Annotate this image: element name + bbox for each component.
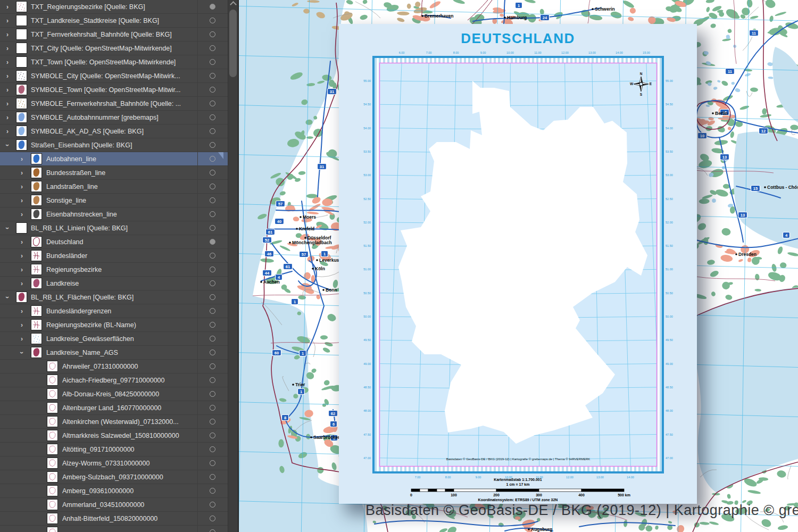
layer-visibility-radio[interactable]	[210, 502, 215, 508]
layer-row[interactable]: ›Landkreise_Gewässerflächen	[0, 332, 228, 346]
layer-visibility-radio[interactable]	[210, 322, 215, 328]
layer-row[interactable]: ›TXT_Regierungsbezirke [Quelle: BKG]	[0, 0, 228, 14]
layer-visibility-radio[interactable]	[210, 516, 215, 521]
layer-row[interactable]	[0, 526, 228, 532]
expand-chevron-icon[interactable]: ›	[4, 58, 11, 66]
expand-chevron-icon[interactable]: ›	[18, 350, 26, 356]
layer-row[interactable]: ›Landstraßen_line	[0, 180, 228, 194]
layer-row[interactable]: Altmarkkreis Salzwedel_150810000000	[0, 429, 228, 443]
layer-visibility-radio[interactable]	[210, 184, 215, 189]
layer-visibility-radio[interactable]	[210, 529, 215, 532]
layer-row[interactable]: ›SYMBOLE_Autobahnnummer [grebemaps]	[0, 111, 228, 124]
layer-visibility-radio[interactable]	[210, 308, 215, 314]
layer-row[interactable]: ›Regierungsbezirke	[0, 263, 228, 277]
layer-row[interactable]: ›Autobahnen_line	[0, 152, 228, 166]
layer-row[interactable]: Amberg_093610000000	[0, 484, 228, 498]
layer-visibility-radio[interactable]	[210, 87, 215, 93]
expand-chevron-icon[interactable]: ›	[19, 335, 25, 343]
layer-row[interactable]: Alb-Donau-Kreis_084250000000	[0, 387, 228, 401]
layer-visibility-radio[interactable]	[210, 73, 215, 79]
expand-chevron-icon[interactable]: ›	[19, 279, 25, 288]
layer-row[interactable]: Amberg-Sulzbach_093710000000	[0, 470, 228, 484]
layer-visibility-radio[interactable]	[210, 377, 215, 383]
layer-visibility-radio[interactable]	[210, 446, 215, 452]
layer-row[interactable]: ›Bundesstraßen_line	[0, 166, 228, 180]
expand-chevron-icon[interactable]: ›	[19, 210, 25, 219]
layer-visibility-radio[interactable]	[210, 405, 215, 411]
layer-row[interactable]: ›Straßen_Eisenbahn [Quelle: BKG]	[0, 138, 228, 152]
layer-row[interactable]: Altenburger Land_160770000000	[0, 401, 228, 415]
expand-chevron-icon[interactable]: ›	[19, 238, 25, 246]
layer-visibility-radio[interactable]	[210, 433, 215, 438]
layer-row[interactable]: ›SYMBOLE_AK_AD_AS [Quelle: BKG]	[0, 124, 228, 138]
layer-visibility-radio[interactable]	[210, 474, 215, 480]
expand-chevron-icon[interactable]: ›	[3, 142, 12, 148]
layer-row[interactable]: ›Deutschland	[0, 235, 228, 249]
layer-visibility-radio[interactable]	[210, 211, 215, 217]
layer-visibility-radio[interactable]	[210, 253, 215, 259]
expand-chevron-icon[interactable]: ›	[4, 99, 11, 108]
layer-row[interactable]: Alzey-Worms_073310000000	[0, 456, 228, 470]
layer-row[interactable]: ›Regierungsbezirke (BL-Name)	[0, 318, 228, 332]
layer-visibility-radio[interactable]	[210, 419, 215, 425]
expand-chevron-icon[interactable]: ›	[3, 225, 12, 231]
expand-chevron-icon[interactable]: ›	[4, 86, 11, 94]
expand-chevron-icon[interactable]: ›	[19, 182, 25, 191]
layer-row[interactable]: ›TXT_Town [Quelle: OpenStreetMap-Mitwirk…	[0, 55, 228, 69]
layer-visibility-radio[interactable]	[210, 197, 215, 203]
layer-row[interactable]: Ahrweiler_071310000000	[0, 360, 228, 373]
layer-visibility-radio[interactable]	[210, 363, 215, 369]
layer-visibility-radio[interactable]	[210, 114, 215, 120]
layer-visibility-radio[interactable]	[210, 350, 215, 355]
layer-visibility-radio[interactable]	[210, 128, 215, 134]
layer-visibility-radio[interactable]	[210, 488, 215, 494]
layer-visibility-radio[interactable]	[210, 460, 215, 466]
layer-row[interactable]: Ammerland_034510000000	[0, 498, 228, 512]
expand-chevron-icon[interactable]: ›	[19, 196, 25, 205]
expand-chevron-icon[interactable]: ›	[19, 169, 25, 177]
layer-visibility-radio[interactable]	[210, 45, 215, 51]
layer-visibility-radio[interactable]	[210, 4, 215, 10]
layer-visibility-radio[interactable]	[210, 336, 215, 342]
expand-chevron-icon[interactable]: ›	[4, 44, 11, 53]
layer-visibility-radio[interactable]	[210, 59, 215, 65]
layer-row[interactable]: ›Bundesländergrenzen	[0, 304, 228, 318]
layer-visibility-radio[interactable]	[210, 391, 215, 397]
layer-row[interactable]: ›Bundesländer	[0, 249, 228, 263]
layer-visibility-radio[interactable]	[210, 31, 215, 37]
expand-chevron-icon[interactable]: ›	[4, 113, 11, 122]
layer-visibility-radio[interactable]	[210, 239, 215, 245]
expand-chevron-icon[interactable]: ›	[4, 30, 11, 39]
layer-row[interactable]: ›Landkreise	[0, 277, 228, 290]
layer-row[interactable]: ›Eisenbahnstrecken_line	[0, 207, 228, 221]
layer-visibility-radio[interactable]	[210, 170, 215, 176]
expand-chevron-icon[interactable]: ›	[19, 265, 25, 274]
layer-row[interactable]: Aichach-Friedberg_097710000000	[0, 373, 228, 387]
layer-visibility-radio[interactable]	[210, 142, 215, 148]
scrollbar-thumb[interactable]	[229, 10, 237, 77]
layer-visibility-radio[interactable]	[210, 294, 215, 300]
expand-chevron-icon[interactable]: ›	[4, 16, 11, 25]
layer-row[interactable]: ›SYMBOLE_Fernverkehrshalt_Bahnhöfe [Quel…	[0, 97, 228, 111]
scroll-up-arrow-icon[interactable]	[230, 1, 237, 8]
expand-chevron-icon[interactable]: ›	[4, 127, 11, 136]
layer-row[interactable]: ›SYMBOLE_Town [Quelle: OpenStreetMap-Mit…	[0, 83, 228, 97]
layer-visibility-radio[interactable]	[210, 267, 215, 272]
expand-chevron-icon[interactable]: ›	[4, 3, 11, 11]
expand-chevron-icon[interactable]: ›	[19, 155, 25, 163]
layer-row[interactable]: ›Landkreise_Name_AGS	[0, 346, 228, 360]
expand-chevron-icon[interactable]: ›	[19, 307, 25, 315]
layer-row[interactable]: ›BL_RB_LK_Linien [Quelle: BKG]	[0, 221, 228, 235]
layer-visibility-radio[interactable]	[210, 225, 215, 231]
layer-visibility-radio[interactable]	[210, 18, 215, 23]
layer-row[interactable]: Altenkirchen (Westerwald)_07132000...	[0, 415, 228, 429]
layer-row[interactable]: ›Sonstige_line	[0, 194, 228, 207]
layer-visibility-radio[interactable]	[210, 101, 215, 106]
layer-row[interactable]: Anhalt-Bitterfeld_150820000000	[0, 512, 228, 526]
expand-chevron-icon[interactable]: ›	[3, 294, 12, 301]
expand-chevron-icon[interactable]: ›	[4, 72, 11, 80]
expand-chevron-icon[interactable]: ›	[19, 321, 25, 329]
layer-visibility-radio[interactable]	[210, 280, 215, 286]
layer-row[interactable]: ›SYMBOLE_City [Quelle: OpenStreetMap-Mit…	[0, 69, 228, 83]
layer-row[interactable]: ›TXT_Fernverkehrshalt_Bahnhöfe [Quelle: …	[0, 28, 228, 41]
